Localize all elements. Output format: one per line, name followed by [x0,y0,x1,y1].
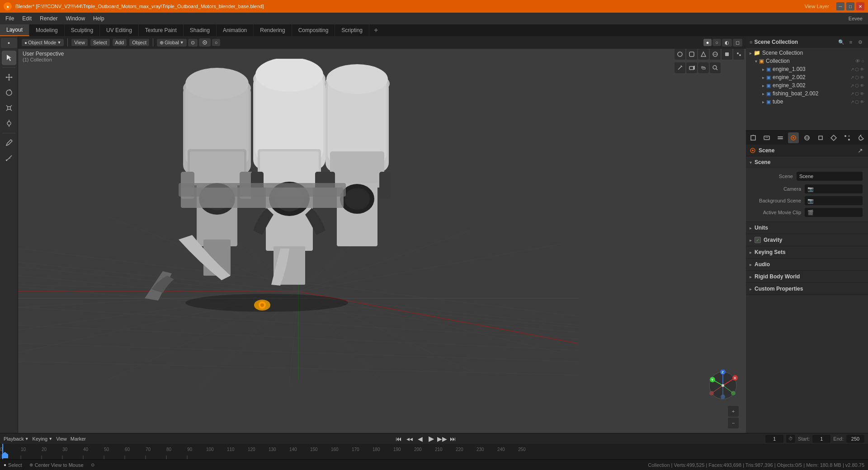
view-menu[interactable]: View [71,39,88,46]
step-forward-btn[interactable]: ▶▶ [438,434,447,443]
menu-render[interactable]: Render [36,14,61,23]
viewport-particles-btn[interactable] [733,49,744,60]
outliner-collection[interactable]: ▾ ▣ Collection 👁 ○ [746,57,868,65]
close-button[interactable]: ✕ [856,2,864,10]
obj-eye-5[interactable]: ⬡ [855,99,859,104]
marker-menu[interactable]: Marker [71,436,86,442]
tab-rendering[interactable]: Rendering [254,24,292,36]
mode-selector[interactable]: ● [1,38,17,48]
menu-help[interactable]: Help [90,14,108,23]
props-modifier-tab[interactable] [828,132,839,143]
pivot-center[interactable]: ⊙ [188,39,198,47]
obj-eye-3[interactable]: ⬡ [855,83,859,88]
obj-vis-4[interactable]: ↗ [850,91,854,96]
timeline-ruler[interactable]: 0 10 20 30 40 50 60 70 80 90 100 110 120… [0,444,868,459]
engine-dropdown[interactable]: Eevee [849,16,863,21]
tab-sculpting[interactable]: Sculpting [65,24,100,36]
add-workspace-button[interactable]: + [369,24,382,36]
transform-global[interactable]: ⊕Global▼ [157,39,187,47]
view-menu-tl[interactable]: View [56,436,67,442]
props-output-tab[interactable] [761,132,772,143]
obj-hide-3[interactable]: 👁 [860,83,864,88]
props-object-tab[interactable] [815,132,826,143]
props-physics-tab[interactable] [855,132,866,143]
obj-hide-1[interactable]: 👁 [860,67,864,72]
jump-end-btn[interactable]: ⏭ [448,434,458,443]
measure-tool[interactable] [2,151,16,165]
outliner-options-icon[interactable]: ⚙ [856,38,864,46]
props-world-tab[interactable] [802,132,812,143]
bg-scene-value[interactable]: 📷 [805,196,863,205]
viewport-shading-rendered[interactable]: ◐ [722,39,732,47]
vp-camera-btn[interactable] [686,62,697,73]
move-tool[interactable] [2,70,16,85]
object-mode-dropdown[interactable]: ● Object Mode ▼ [22,39,64,46]
outliner-obj-engine2[interactable]: ▸ ▣ engine_2.002 ↗ ⬡ 👁 [746,73,868,81]
object-menu[interactable]: Object [129,39,149,46]
outliner-scene-collection[interactable]: ▸ 📁 Scene Collection [746,49,868,57]
viewport-object-btn[interactable] [722,49,732,60]
tab-shading[interactable]: Shading [184,24,217,36]
minimize-button[interactable]: ─ [836,2,844,10]
tab-texture-paint[interactable]: Texture Paint [139,24,184,36]
zoom-in-btn[interactable]: + [728,406,739,417]
tab-scripting[interactable]: Scripting [335,24,369,36]
obj-vis-5[interactable]: ↗ [850,99,854,104]
vp-search-btn[interactable] [710,62,721,73]
obj-eye-2[interactable]: ⬡ [855,75,859,80]
custom-props-header[interactable]: ▸ Custom Properties [746,283,868,295]
keying-menu[interactable]: Keying ▼ [33,436,53,442]
obj-eye-1[interactable]: ⬡ [855,67,859,72]
play-backward-btn[interactable]: ◀ [416,434,425,443]
menu-window[interactable]: Window [62,14,89,23]
proportional-edit[interactable]: ○ [212,39,221,46]
collection-vis-viewport[interactable]: ○ [861,58,864,64]
viewport-shading-solid[interactable]: ● [703,39,712,46]
audio-section-header[interactable]: ▸ Audio [746,258,868,270]
add-menu[interactable]: Add [113,39,127,46]
outliner-obj-tube[interactable]: ▸ ▣ tube ↗ ⬡ 👁 [746,98,868,106]
props-view-layer-tab[interactable] [775,132,786,143]
obj-eye-4[interactable]: ⬡ [855,91,859,96]
snap-toggle[interactable] [199,38,211,47]
outliner-search-icon[interactable]: 🔍 [837,38,845,46]
camera-value[interactable]: 📷 [805,184,863,193]
gravity-checkbox[interactable]: ✓ [755,237,761,243]
zoom-out-btn[interactable]: − [728,418,739,428]
jump-start-btn[interactable]: ⏮ [394,434,403,443]
movie-clip-value[interactable]: 🎬 [805,208,863,217]
obj-vis-1[interactable]: ↗ [850,67,854,72]
tab-uv-editing[interactable]: UV Editing [100,24,139,36]
menu-file[interactable]: File [2,14,18,23]
obj-vis-2[interactable]: ↗ [850,75,854,80]
select-tool[interactable] [2,51,16,65]
viewport-overlay-btn[interactable] [675,49,685,60]
outliner-filter-icon[interactable]: ≡ [847,38,855,46]
rigid-body-header[interactable]: ▸ Rigid Body World [746,271,868,282]
transform-tool[interactable] [2,116,16,131]
tab-layout[interactable]: Layout [0,24,29,36]
tab-modeling[interactable]: Modeling [29,24,65,36]
menu-edit[interactable]: Edit [19,14,35,23]
obj-hide-5[interactable]: 👁 [860,99,864,104]
step-backward-btn[interactable]: ◂◂ [405,434,414,443]
navigation-gizmo[interactable]: X Y Z [707,370,739,401]
maximize-button[interactable]: □ [846,2,854,10]
play-pause-btn[interactable]: ▶ [427,434,436,443]
outliner-obj-engine3[interactable]: ▸ ▣ engine_3.002 ↗ ⬡ 👁 [746,81,868,89]
annotate-tool[interactable] [2,136,16,150]
props-render-tab[interactable] [748,132,759,143]
scene-section-header[interactable]: ▾ Scene [746,156,868,168]
viewport-gizmo-btn[interactable] [686,49,697,60]
viewport-shading-wireframe[interactable]: ◻ [733,39,742,47]
tab-animation[interactable]: Animation [217,24,254,36]
vp-hand-btn[interactable] [698,62,709,73]
units-section-header[interactable]: ▸ Units [746,222,868,234]
select-menu[interactable]: Select [90,39,110,46]
keying-sets-header[interactable]: ▸ Keying Sets [746,246,868,258]
obj-hide-2[interactable]: 👁 [860,75,864,80]
props-expand-icon[interactable]: ↗ [856,146,864,155]
current-frame-input[interactable]: 1 [765,435,783,443]
playback-menu[interactable]: Playback ▼ [4,436,29,442]
scale-tool[interactable] [2,101,16,115]
